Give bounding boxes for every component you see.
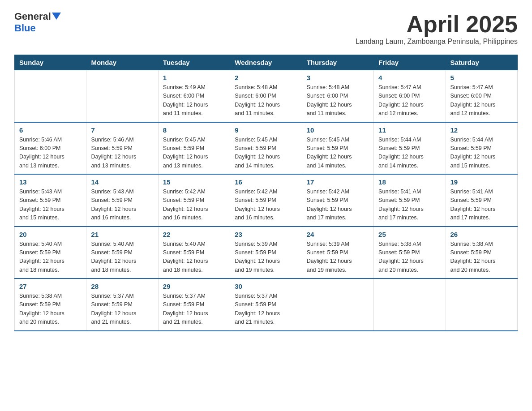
day-info: Sunrise: 5:38 AMSunset: 5:59 PMDaylight:… — [450, 240, 513, 275]
calendar-cell: 11Sunrise: 5:44 AMSunset: 5:59 PMDayligh… — [374, 122, 446, 175]
day-number: 11 — [378, 126, 441, 134]
day-info: Sunrise: 5:41 AMSunset: 5:59 PMDaylight:… — [450, 188, 513, 223]
calendar-cell: 25Sunrise: 5:38 AMSunset: 5:59 PMDayligh… — [374, 227, 446, 279]
day-number: 15 — [163, 178, 225, 186]
calendar-cell — [86, 70, 158, 122]
calendar-cell: 29Sunrise: 5:37 AMSunset: 5:59 PMDayligh… — [158, 278, 230, 331]
day-number: 13 — [19, 178, 82, 186]
day-info: Sunrise: 5:44 AMSunset: 5:59 PMDaylight:… — [378, 136, 441, 171]
day-number: 19 — [450, 178, 513, 186]
day-info: Sunrise: 5:42 AMSunset: 5:59 PMDaylight:… — [163, 188, 225, 223]
calendar-cell: 5Sunrise: 5:47 AMSunset: 6:00 PMDaylight… — [446, 70, 517, 122]
page-header: General Blue April 2025 Landang Laum, Za… — [14, 11, 518, 53]
day-number: 7 — [91, 126, 153, 134]
day-number: 12 — [450, 126, 513, 134]
day-number: 2 — [235, 74, 297, 81]
calendar-cell: 26Sunrise: 5:38 AMSunset: 5:59 PMDayligh… — [446, 227, 517, 279]
day-number: 25 — [378, 231, 441, 238]
weekday-header-sunday: Sunday — [15, 55, 86, 70]
calendar-week-row: 27Sunrise: 5:38 AMSunset: 5:59 PMDayligh… — [15, 278, 518, 331]
day-number: 30 — [235, 283, 297, 290]
logo-text-block: General Blue — [14, 11, 61, 34]
calendar-cell: 13Sunrise: 5:43 AMSunset: 5:59 PMDayligh… — [15, 174, 86, 227]
weekday-header-wednesday: Wednesday — [230, 55, 302, 70]
day-number: 1 — [163, 74, 225, 81]
day-number: 20 — [19, 231, 82, 238]
day-info: Sunrise: 5:48 AMSunset: 6:00 PMDaylight:… — [307, 83, 369, 118]
day-info: Sunrise: 5:42 AMSunset: 5:59 PMDaylight:… — [307, 188, 369, 223]
logo-blue: Blue — [14, 22, 36, 34]
calendar-cell: 23Sunrise: 5:39 AMSunset: 5:59 PMDayligh… — [230, 227, 302, 279]
calendar-cell: 19Sunrise: 5:41 AMSunset: 5:59 PMDayligh… — [446, 174, 517, 227]
day-info: Sunrise: 5:42 AMSunset: 5:59 PMDaylight:… — [235, 188, 297, 223]
calendar-cell: 15Sunrise: 5:42 AMSunset: 5:59 PMDayligh… — [158, 174, 230, 227]
day-number: 24 — [307, 231, 369, 238]
calendar-cell — [15, 70, 86, 122]
calendar-cell — [374, 278, 446, 331]
calendar-cell — [446, 278, 517, 331]
subtitle: Landang Laum, Zamboanga Peninsula, Phili… — [356, 38, 518, 46]
day-info: Sunrise: 5:47 AMSunset: 6:00 PMDaylight:… — [450, 83, 513, 118]
calendar-cell: 24Sunrise: 5:39 AMSunset: 5:59 PMDayligh… — [302, 227, 373, 279]
day-info: Sunrise: 5:45 AMSunset: 5:59 PMDaylight:… — [307, 136, 369, 171]
calendar-cell: 22Sunrise: 5:40 AMSunset: 5:59 PMDayligh… — [158, 227, 230, 279]
day-info: Sunrise: 5:40 AMSunset: 5:59 PMDaylight:… — [19, 240, 82, 275]
calendar-week-row: 1Sunrise: 5:49 AMSunset: 6:00 PMDaylight… — [15, 70, 518, 122]
calendar-cell: 16Sunrise: 5:42 AMSunset: 5:59 PMDayligh… — [230, 174, 302, 227]
day-number: 16 — [235, 178, 297, 186]
calendar-cell: 28Sunrise: 5:37 AMSunset: 5:59 PMDayligh… — [86, 278, 158, 331]
day-info: Sunrise: 5:41 AMSunset: 5:59 PMDaylight:… — [378, 188, 441, 223]
day-info: Sunrise: 5:39 AMSunset: 5:59 PMDaylight:… — [307, 240, 369, 275]
calendar-cell: 12Sunrise: 5:44 AMSunset: 5:59 PMDayligh… — [446, 122, 517, 175]
day-number: 8 — [163, 126, 225, 134]
calendar-cell: 7Sunrise: 5:46 AMSunset: 5:59 PMDaylight… — [86, 122, 158, 175]
day-info: Sunrise: 5:47 AMSunset: 6:00 PMDaylight:… — [378, 83, 441, 118]
day-number: 28 — [91, 283, 153, 290]
day-number: 9 — [235, 126, 297, 134]
weekday-header-thursday: Thursday — [302, 55, 373, 70]
day-info: Sunrise: 5:43 AMSunset: 5:59 PMDaylight:… — [19, 188, 82, 223]
calendar-cell: 27Sunrise: 5:38 AMSunset: 5:59 PMDayligh… — [15, 278, 86, 331]
weekday-header-row: SundayMondayTuesdayWednesdayThursdayFrid… — [15, 55, 518, 70]
calendar-cell: 2Sunrise: 5:48 AMSunset: 6:00 PMDaylight… — [230, 70, 302, 122]
calendar-cell: 18Sunrise: 5:41 AMSunset: 5:59 PMDayligh… — [374, 174, 446, 227]
weekday-header-tuesday: Tuesday — [158, 55, 230, 70]
day-info: Sunrise: 5:45 AMSunset: 5:59 PMDaylight:… — [163, 136, 225, 171]
weekday-header-monday: Monday — [86, 55, 158, 70]
calendar-cell: 8Sunrise: 5:45 AMSunset: 5:59 PMDaylight… — [158, 122, 230, 175]
calendar-cell: 20Sunrise: 5:40 AMSunset: 5:59 PMDayligh… — [15, 227, 86, 279]
day-info: Sunrise: 5:48 AMSunset: 6:00 PMDaylight:… — [235, 83, 297, 118]
calendar-cell: 30Sunrise: 5:37 AMSunset: 5:59 PMDayligh… — [230, 278, 302, 331]
logo: General Blue — [14, 11, 61, 34]
day-info: Sunrise: 5:49 AMSunset: 6:00 PMDaylight:… — [163, 83, 225, 118]
day-number: 6 — [19, 126, 82, 134]
calendar-cell: 9Sunrise: 5:45 AMSunset: 5:59 PMDaylight… — [230, 122, 302, 175]
calendar-cell — [302, 278, 373, 331]
day-info: Sunrise: 5:46 AMSunset: 5:59 PMDaylight:… — [91, 136, 153, 171]
day-number: 21 — [91, 231, 153, 238]
day-info: Sunrise: 5:39 AMSunset: 5:59 PMDaylight:… — [235, 240, 297, 275]
day-info: Sunrise: 5:40 AMSunset: 5:59 PMDaylight:… — [91, 240, 153, 275]
day-info: Sunrise: 5:43 AMSunset: 5:59 PMDaylight:… — [91, 188, 153, 223]
month-title: April 2025 — [356, 11, 518, 38]
day-number: 27 — [19, 283, 82, 290]
calendar-cell: 3Sunrise: 5:48 AMSunset: 6:00 PMDaylight… — [302, 70, 373, 122]
logo-general: General — [14, 11, 51, 22]
day-number: 22 — [163, 231, 225, 238]
calendar-table: SundayMondayTuesdayWednesdayThursdayFrid… — [14, 55, 518, 331]
calendar-cell: 6Sunrise: 5:46 AMSunset: 6:00 PMDaylight… — [15, 122, 86, 175]
logo-triangle-icon — [52, 13, 61, 20]
calendar-cell: 17Sunrise: 5:42 AMSunset: 5:59 PMDayligh… — [302, 174, 373, 227]
day-number: 29 — [163, 283, 225, 290]
day-number: 10 — [307, 126, 369, 134]
day-number: 5 — [450, 74, 513, 81]
day-number: 3 — [307, 74, 369, 81]
day-info: Sunrise: 5:38 AMSunset: 5:59 PMDaylight:… — [19, 292, 82, 327]
day-number: 18 — [378, 178, 441, 186]
day-number: 23 — [235, 231, 297, 238]
calendar-week-row: 13Sunrise: 5:43 AMSunset: 5:59 PMDayligh… — [15, 174, 518, 227]
calendar-cell: 21Sunrise: 5:40 AMSunset: 5:59 PMDayligh… — [86, 227, 158, 279]
calendar-cell: 10Sunrise: 5:45 AMSunset: 5:59 PMDayligh… — [302, 122, 373, 175]
day-info: Sunrise: 5:37 AMSunset: 5:59 PMDaylight:… — [235, 292, 297, 327]
day-info: Sunrise: 5:45 AMSunset: 5:59 PMDaylight:… — [235, 136, 297, 171]
